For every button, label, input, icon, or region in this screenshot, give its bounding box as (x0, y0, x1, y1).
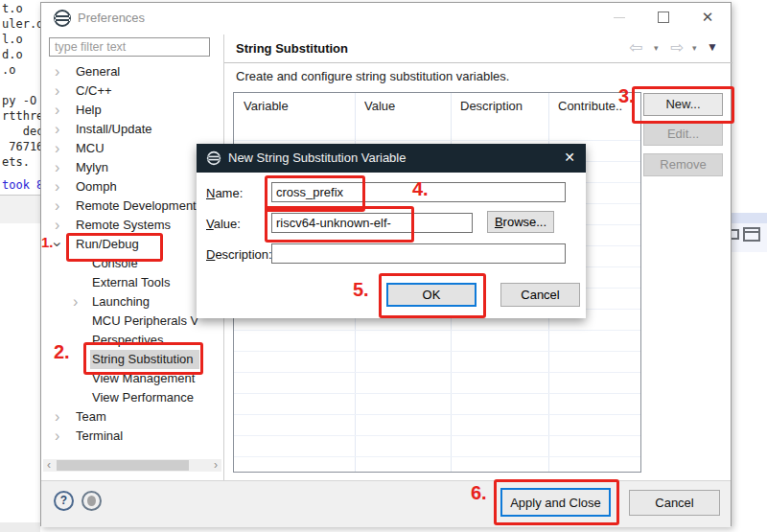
close-icon[interactable] (699, 9, 716, 26)
sidebar-item-c-cpp[interactable]: C/C++ (41, 81, 223, 101)
forward-arrow-icon[interactable]: ⇨ (670, 37, 684, 58)
chevron-right-icon[interactable] (55, 158, 59, 177)
sidebar-item-install-update[interactable]: Install/Update (41, 120, 223, 139)
name-field[interactable] (271, 182, 566, 202)
chevron-right-icon[interactable] (55, 62, 59, 81)
sidebar-item-string-substitution[interactable]: String Substitution (41, 350, 223, 369)
column-header-value[interactable]: Value (364, 93, 447, 120)
chevron-right-icon[interactable] (73, 292, 78, 312)
background-panel-strip (0, 196, 40, 223)
chevron-right-icon[interactable] (55, 81, 59, 101)
column-header-description[interactable]: Description (460, 93, 545, 120)
description-field[interactable] (271, 243, 566, 264)
header-divider (224, 62, 732, 63)
column-header-variable[interactable]: Variable (244, 93, 351, 120)
sidebar-item-view-management[interactable]: View Management (41, 369, 223, 388)
remove-button: Remove (643, 153, 723, 176)
help-icon[interactable]: ? (54, 491, 74, 511)
chevron-right-icon[interactable] (55, 197, 59, 216)
titlebar: Preferences (41, 3, 731, 35)
eclipse-logo-icon (53, 9, 72, 28)
column-header-contributed[interactable]: Contribute.. (558, 93, 639, 120)
preferences-cancel-button[interactable]: Cancel (629, 490, 720, 516)
chevron-right-icon[interactable] (55, 407, 59, 427)
new-variable-dialog: New String Substitution Variable Name: V… (197, 144, 586, 318)
page-title: String Substitution (236, 41, 348, 56)
name-label: Name: (206, 186, 243, 200)
dialog-title: New String Substitution Variable (228, 150, 406, 165)
scrollbar-thumb[interactable] (57, 460, 189, 471)
filter-input[interactable] (49, 37, 210, 57)
background-console-took-text: took 8s (2, 178, 41, 192)
ok-button[interactable]: OK (386, 283, 476, 307)
edit-button: Edit... (643, 123, 723, 146)
browse-button[interactable]: Browse... (487, 211, 554, 233)
preference-recorder-icon[interactable] (81, 491, 102, 511)
sidebar-item-view-performance[interactable]: View Performance (41, 388, 223, 407)
back-history-caret-icon[interactable]: ▾ (654, 43, 659, 53)
window-footer: ? Apply and Close Cancel (41, 480, 731, 527)
background-statusbar-strip (0, 522, 40, 532)
sidebar-item-terminal[interactable]: Terminal (41, 427, 223, 446)
window-title: Preferences (78, 11, 145, 25)
horizontal-scrollbar[interactable]: ‹ › (43, 459, 221, 472)
chevron-right-icon[interactable] (55, 139, 59, 158)
background-console-text: t.o uler.o l.o d.o .o py -O b rtthrea de… (2, 1, 41, 193)
maximize-icon[interactable] (655, 9, 672, 26)
chevron-right-icon[interactable] (55, 120, 59, 139)
forward-history-caret-icon[interactable]: ▾ (692, 43, 697, 53)
chevron-expanded-icon[interactable] (48, 242, 67, 246)
chevron-right-icon[interactable] (55, 101, 59, 120)
view-menu-icon[interactable]: ▼ (707, 40, 718, 54)
value-label: Value: (206, 217, 241, 231)
window-layout-icon (743, 227, 760, 242)
chevron-right-icon[interactable] (55, 427, 59, 446)
description-label: Description: (206, 247, 272, 262)
chevron-right-icon[interactable] (55, 216, 59, 235)
scroll-right-icon[interactable]: › (210, 459, 221, 472)
dialog-cancel-button[interactable]: Cancel (500, 283, 580, 307)
screenshot-root: t.o uler.o l.o d.o .o py -O b rtthrea de… (0, 0, 767, 532)
sidebar-item-team[interactable]: Team (41, 407, 223, 427)
new-button[interactable]: New... (643, 93, 723, 116)
sidebar-item-perspectives[interactable]: Perspectives (41, 331, 223, 350)
scroll-left-icon[interactable]: ‹ (43, 459, 55, 472)
chevron-right-icon[interactable] (55, 177, 59, 197)
minimize-icon[interactable] (611, 9, 628, 26)
value-field[interactable] (271, 213, 473, 233)
sidebar-item-help[interactable]: Help (41, 101, 223, 120)
dialog-close-icon[interactable] (564, 150, 575, 165)
dialog-titlebar: New String Substitution Variable (197, 144, 586, 173)
back-arrow-icon[interactable]: ⇦ (629, 37, 642, 58)
apply-and-close-button[interactable]: Apply and Close (500, 488, 611, 517)
eclipse-logo-icon (206, 150, 221, 166)
page-description: Create and configure string substitution… (236, 69, 509, 83)
sidebar-item-general[interactable]: General (41, 62, 223, 81)
background-right-header-strip (731, 213, 767, 223)
